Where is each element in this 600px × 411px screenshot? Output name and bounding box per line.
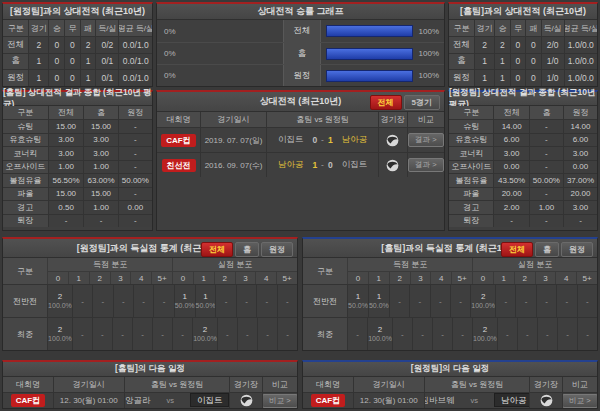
goal-percent: 50.0% — [348, 301, 368, 310]
empty-value: - — [545, 297, 548, 306]
column-header: 홈팀 vs 원정팀 — [124, 377, 230, 392]
match-date: 12. 30(월) 01:00 — [353, 392, 424, 408]
table-header-row: 구분전체홈원정 — [449, 106, 597, 119]
tab-5games[interactable]: 5경기 — [404, 95, 440, 110]
stat-value: 0 — [48, 36, 64, 53]
league-badge: CAF컵 — [311, 394, 345, 407]
table-row: 파울20.00-20.00 — [449, 187, 597, 201]
stat-cell: - — [72, 318, 92, 350]
stat-cell: - — [132, 318, 152, 350]
graph-row-label: 원정 — [283, 65, 320, 86]
row-label: 볼점유율 — [3, 173, 48, 187]
empty-value: - — [266, 330, 269, 339]
tab-home[interactable]: 홈 — [235, 242, 259, 257]
h2h-vs-home-table: 구분경기승무패득/실평균 득/실전체22002/01.0/0.0홈11001/0… — [449, 20, 597, 86]
empty-value: - — [421, 330, 424, 339]
bin-header: 4 — [130, 271, 151, 284]
panel-title: [원정팀] 상대전적 결과 종합 (최근10년 평균) — [449, 92, 597, 106]
bin-header: 2 — [214, 271, 235, 284]
globe-icon[interactable] — [386, 159, 399, 172]
tab-away[interactable]: 원정 — [561, 242, 593, 257]
stat-value: - — [118, 160, 152, 174]
empty-value: - — [504, 297, 507, 306]
column-header: 구분 — [303, 258, 347, 284]
winrate-graph: 0%전체100%0%홈100%0%원정100% — [157, 20, 444, 86]
stat-value: 1 — [80, 53, 96, 70]
globe-icon[interactable] — [240, 394, 253, 407]
bin-header: 0 — [172, 271, 193, 284]
stat-value: - — [563, 214, 597, 228]
empty-value: - — [81, 330, 84, 339]
column-header: 경기장 — [529, 377, 561, 392]
league-cell: 친선전 — [157, 152, 200, 177]
stat-value: 0 — [64, 36, 80, 53]
compare-cell: 결과 > — [407, 152, 444, 177]
panel-title: [홈팀]의 다음 일정 — [3, 362, 297, 377]
column-header: 득/실 — [541, 20, 564, 36]
tab-all[interactable]: 전체 — [201, 242, 233, 257]
empty-value: - — [141, 330, 144, 339]
compare-button[interactable]: 비교 > — [562, 394, 597, 408]
tab-away[interactable]: 원정 — [261, 242, 293, 257]
stat-value: 15.00 — [48, 119, 84, 133]
empty-value: - — [226, 330, 229, 339]
bin-header: 5+ — [576, 271, 597, 284]
stat-value: 0.0/1.0 — [118, 53, 152, 70]
goals-vs-away-table: 구분득점 분포실점 분포012345+012345+전반전2100.0%----… — [3, 258, 297, 350]
row-label: 슈팅 — [3, 119, 48, 133]
goals-filter-tabs: 전체 홈 원정 — [501, 242, 593, 257]
stat-value: 3.00 — [563, 200, 597, 214]
stat-cell: 2100.0% — [472, 318, 497, 350]
stat-value: 0 — [510, 36, 526, 53]
scored-distribution-header: 득점 분포 — [47, 258, 172, 271]
row-label: 전체 — [449, 36, 474, 53]
globe-icon[interactable] — [540, 394, 553, 407]
stat-value: - — [493, 214, 529, 228]
compare-button[interactable]: 비교 > — [262, 394, 297, 408]
empty-value: - — [356, 330, 359, 339]
match-date: 12. 30(월) 01:00 — [53, 392, 124, 408]
compare-cell: 비교 > — [262, 392, 297, 408]
empty-value: - — [122, 297, 125, 306]
table-row: 경고0.501.000.00 — [3, 200, 152, 214]
panel-title-bar: [홈팀]과의 득실점 통계 (최근10년) 전체 홈 원정 — [303, 239, 597, 258]
stat-value: 0 — [64, 53, 80, 70]
stat-value: 0.0/1.0 — [118, 36, 152, 53]
goal-stats-row: 최종2100.0%------2100.0%---- — [3, 317, 297, 350]
vs-label: vs — [166, 396, 174, 405]
panel-away-summary: [원정팀] 상대전적 결과 종합 (최근10년 평균) 구분전체홈원정슈팅14.… — [448, 90, 598, 231]
panel-home-summary: [홈팀] 상대전적 결과 종합 (최근10년 평균) 구분전체홈원정슈팅15.0… — [2, 90, 153, 231]
stat-value: 2 — [28, 36, 48, 53]
table-header-row: 구분전체홈원정 — [3, 106, 152, 119]
column-header: 승 — [48, 20, 64, 36]
h2h-vs-away-table: 구분경기승무패득/실평균 득/실전체20020/20.0/1.0홈10010/1… — [3, 20, 152, 86]
table-row: 코너킥3.00-3.00 — [449, 146, 597, 160]
row-label: 최종 — [303, 318, 347, 350]
stat-value: - — [83, 214, 117, 228]
compare-button[interactable]: 결과 > — [408, 158, 443, 172]
match-date: 2019. 07. 07(일) — [200, 127, 266, 152]
empty-value: - — [439, 297, 442, 306]
score-group: 1-0 — [310, 160, 334, 170]
home-side-zone: 0% — [157, 65, 283, 86]
tab-all[interactable]: 전체 — [501, 242, 533, 257]
table-row: 파울15.0015.00- — [3, 187, 152, 201]
column-header: 패 — [80, 20, 96, 36]
stadium-cell — [229, 392, 261, 408]
stat-cell: - — [497, 318, 517, 350]
globe-icon[interactable] — [386, 134, 399, 147]
stat-value: 1 — [494, 69, 510, 86]
stat-value: 1 — [474, 53, 494, 70]
tab-home[interactable]: 홈 — [535, 242, 559, 257]
stat-cell: 150.0% — [347, 285, 368, 317]
stat-value: 50.00% — [529, 173, 563, 187]
row-label: 볼점유율 — [449, 173, 493, 187]
stat-value: - — [529, 187, 563, 201]
stat-value: 0.00 — [493, 160, 529, 174]
table-header-row: 구분경기승무패득/실평균 득/실 — [449, 20, 597, 36]
bin-header: 5+ — [451, 271, 472, 284]
stat-cell: - — [133, 285, 153, 317]
tab-all[interactable]: 전체 — [370, 95, 402, 110]
compare-button[interactable]: 결과 > — [408, 133, 443, 147]
match-row: 친선전2016. 09. 07(수)남아공1-0이집트결과 > — [157, 152, 444, 177]
